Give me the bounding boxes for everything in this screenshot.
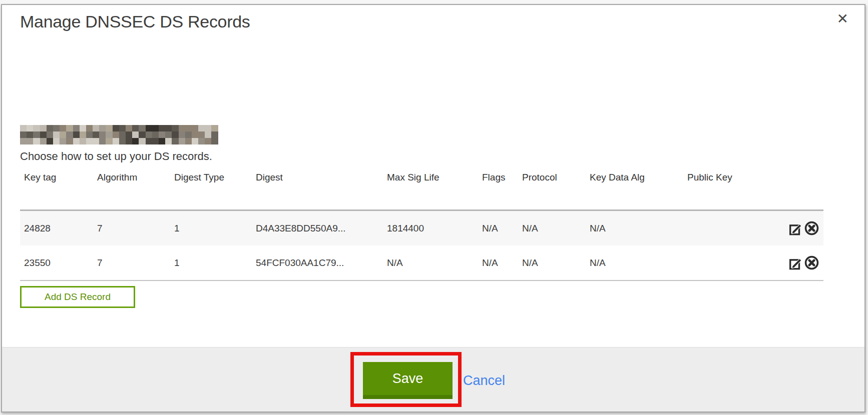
column-header-key-tag: Key tag [20,172,93,183]
save-button[interactable]: Save [363,362,453,399]
column-header-max-sig-life: Max Sig Life [383,172,478,183]
delete-circle-icon[interactable] [804,255,819,270]
cell-key-tag: 23550 [20,258,93,268]
column-header-key-data-alg: Key Data Alg [586,172,683,183]
column-header-protocol: Protocol [518,172,586,183]
dialog-subtitle: Choose how to set up your DS records. [20,150,212,163]
delete-circle-icon[interactable] [804,220,819,236]
edit-icon[interactable] [788,255,803,270]
add-ds-record-button[interactable]: Add DS Record [20,286,135,308]
cell-digest: D4A33E8DD550A9... [252,223,383,234]
column-header-flags: Flags [478,172,518,183]
edit-icon[interactable] [788,220,803,236]
cell-digest: 54FCF030AA1C79... [252,258,383,268]
cell-digest-type: 1 [170,258,252,268]
column-header-algorithm: Algorithm [93,172,170,183]
cell-flags: N/A [478,223,518,234]
dialog-title: Manage DNSSEC DS Records [20,12,250,32]
cell-digest-type: 1 [170,223,252,234]
ds-records-table: Key tagAlgorithmDigest TypeDigestMax Sig… [20,169,823,281]
table-body: 2482871D4A33E8DD550A9...1814400N/AN/AN/A… [20,210,823,281]
table-header-row: Key tagAlgorithmDigest TypeDigestMax Sig… [20,169,823,210]
column-header-digest-type: Digest Type [170,172,252,183]
redacted-domain [20,125,218,144]
close-icon[interactable]: ✕ [837,12,848,26]
table-row: 2482871D4A33E8DD550A9...1814400N/AN/AN/A [20,211,823,246]
column-header-public-key: Public Key [683,172,768,183]
cell-algorithm: 7 [93,258,170,268]
table-row: 235507154FCF030AA1C79...N/AN/AN/AN/A [20,246,823,280]
cell-max-sig-life: 1814400 [383,223,478,234]
column-header-digest: Digest [252,172,383,183]
cell-key-data-alg: N/A [586,258,683,268]
cell-key-tag: 24828 [20,223,93,234]
cancel-link[interactable]: Cancel [463,373,505,388]
cell-max-sig-life: N/A [383,258,478,268]
row-actions [768,220,823,236]
row-actions [768,255,823,270]
cell-protocol: N/A [518,223,586,234]
cell-protocol: N/A [518,258,586,268]
screenshot-canvas: Manage DNSSEC DS Records ✕ Choose how to… [0,0,868,415]
cell-key-data-alg: N/A [586,223,683,234]
cell-algorithm: 7 [93,223,170,234]
dnssec-dialog: Manage DNSSEC DS Records ✕ Choose how to… [1,4,865,412]
cell-flags: N/A [478,258,518,268]
